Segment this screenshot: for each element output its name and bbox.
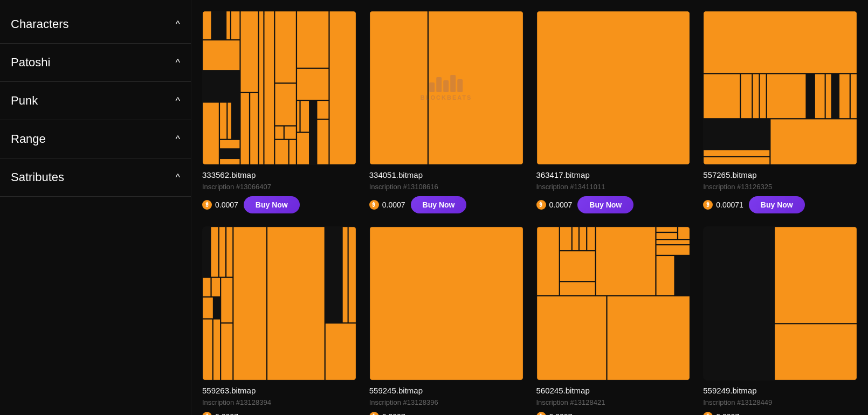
card-image-wrapper [202,11,356,165]
btc-icon: ₿ [703,200,713,210]
main-content: 333562.bitmapInscription #13066407 ₿ 0.0… [191,0,868,415]
price-badge: ₿ 0.0007 [536,412,573,416]
card-title: 333562.bitmap [202,170,356,179]
card-title: 334051.bitmap [369,170,523,179]
btc-icon: ₿ [369,412,379,416]
price-value: 0.0007 [382,200,405,209]
chevron-icon: ^ [176,95,180,107]
price-value: 0.0007 [716,412,739,416]
price-badge: ₿ 0.00071 [703,200,743,210]
sidebar-label: Characters [11,17,69,31]
card-image-wrapper: BLOCKBEATS [369,11,523,165]
card-inscription: Inscription #13066407 [202,183,356,191]
nft-card: 559249.bitmapInscription #13128449 ₿ 0.0… [703,226,857,415]
card-image-wrapper [703,11,857,165]
card-actions: ₿ 0.0007 Buy Now [202,196,356,213]
chevron-icon: ^ [176,19,180,30]
nft-card: 559263.bitmapInscription #13128394 ₿ 0.0… [202,226,356,415]
card-actions: ₿ 0.0007 [536,412,691,416]
buy-button[interactable]: Buy Now [244,196,300,213]
price-value: 0.0007 [549,200,573,209]
card-inscription: Inscription #13128449 [703,398,857,406]
card-image-wrapper [703,226,857,381]
card-inscription: Inscription #13108616 [369,183,523,191]
bitmap-art [202,226,356,381]
btc-icon: ₿ [536,200,546,210]
bitmap-art [703,226,857,381]
buy-button[interactable]: Buy Now [577,196,633,213]
btc-icon: ₿ [202,412,212,416]
btc-icon: ₿ [369,200,379,210]
bitmap-art [536,226,691,381]
bitmap-art [202,11,356,165]
price-badge: ₿ 0.0007 [202,200,238,210]
btc-icon: ₿ [202,200,212,210]
price-badge: ₿ 0.0007 [369,412,405,416]
card-title: 557265.bitmap [703,170,857,179]
nft-card: BLOCKBEATS 334051.bitmapInscription #131… [369,11,523,213]
card-actions: ₿ 0.0007 [369,412,523,416]
sidebar-item-patoshi[interactable]: Patoshi ^ [0,44,191,82]
buy-button[interactable]: Buy Now [749,196,805,213]
card-actions: ₿ 0.0007 Buy Now [369,196,523,213]
price-badge: ₿ 0.0007 [202,412,238,416]
card-inscription: Inscription #13128421 [536,398,691,406]
card-actions: ₿ 0.0007 [703,412,857,416]
nft-card: 559245.bitmapInscription #13128396 ₿ 0.0… [369,226,523,415]
card-image-wrapper [536,226,691,381]
card-inscription: Inscription #13128396 [369,398,523,406]
card-actions: ₿ 0.0007 Buy Now [536,196,691,213]
nft-card: 557265.bitmapInscription #13126325 ₿ 0.0… [703,11,857,213]
card-title: 559245.bitmap [369,386,523,395]
nft-grid: 333562.bitmapInscription #13066407 ₿ 0.0… [202,5,857,415]
price-value: 0.0007 [215,412,238,416]
sidebar-label: Punk [11,94,38,108]
card-inscription: Inscription #13411011 [536,183,691,191]
card-title: 559249.bitmap [703,386,857,395]
sidebar: Characters ^ Patoshi ^ Punk ^ Range ^ Sa… [0,0,191,415]
card-image-wrapper [202,226,356,381]
nft-card: 363417.bitmapInscription #13411011 ₿ 0.0… [536,11,691,213]
sidebar-label: Patoshi [11,56,50,70]
chevron-icon: ^ [176,57,180,68]
price-badge: ₿ 0.0007 [703,412,739,416]
card-image-wrapper [536,11,691,165]
bitmap-art [536,11,691,165]
price-value: 0.0007 [382,412,405,416]
sidebar-item-satributes[interactable]: Satributes ^ [0,158,191,197]
chevron-icon: ^ [176,134,180,145]
sidebar-label: Satributes [11,170,64,184]
nft-card: 560245.bitmapInscription #13128421 ₿ 0.0… [536,226,691,415]
nft-card: 333562.bitmapInscription #13066407 ₿ 0.0… [202,11,356,213]
card-actions: ₿ 0.00071 Buy Now [703,196,857,213]
card-image-wrapper [369,226,523,381]
card-actions: ₿ 0.0007 [202,412,356,416]
bitmap-art [369,11,523,165]
sidebar-item-characters[interactable]: Characters ^ [0,5,191,44]
price-value: 0.0007 [215,200,238,209]
price-badge: ₿ 0.0007 [536,200,573,210]
price-value: 0.00071 [716,200,743,209]
card-title: 560245.bitmap [536,386,691,395]
price-value: 0.0007 [549,412,573,416]
bitmap-art [369,226,523,381]
sidebar-item-range[interactable]: Range ^ [0,120,191,158]
card-inscription: Inscription #13128394 [202,398,356,406]
card-title: 363417.bitmap [536,170,691,179]
buy-button[interactable]: Buy Now [411,196,467,213]
card-inscription: Inscription #13126325 [703,183,857,191]
card-title: 559263.bitmap [202,386,356,395]
sidebar-item-punk[interactable]: Punk ^ [0,82,191,120]
bitmap-art [703,11,857,165]
chevron-icon: ^ [176,172,180,183]
price-badge: ₿ 0.0007 [369,200,405,210]
sidebar-label: Range [11,132,46,146]
btc-icon: ₿ [536,412,546,416]
btc-icon: ₿ [703,412,713,416]
